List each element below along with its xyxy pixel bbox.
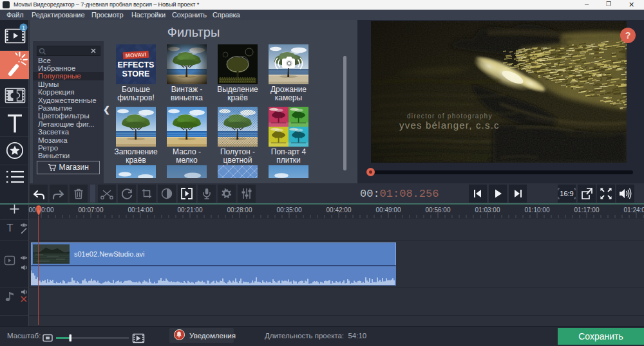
svg-text:EFFECTS: EFFECTS	[118, 60, 155, 69]
svg-text:T: T	[6, 222, 13, 234]
svg-text:STORE: STORE	[122, 69, 150, 78]
svg-text:1: 1	[22, 24, 25, 31]
svg-text:16:9: 16:9	[560, 190, 573, 197]
